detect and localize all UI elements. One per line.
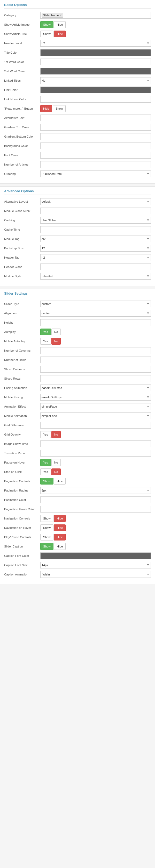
navigation-on-hover-show-btn[interactable]: Show bbox=[40, 524, 53, 531]
alignment-select[interactable]: centerleftright bbox=[40, 310, 151, 317]
slider-caption-hide-btn[interactable]: Hide bbox=[54, 543, 66, 550]
header-level-row: Header Level h2h3h4 bbox=[4, 40, 151, 47]
mobile-autoplay-yes-btn[interactable]: Yes bbox=[40, 338, 51, 345]
show-article-title-show-btn[interactable]: Show bbox=[40, 31, 53, 37]
grid-opacity-no-btn[interactable]: No bbox=[51, 431, 61, 438]
mobile-easing-select[interactable]: easeInOutExpolinear bbox=[40, 394, 151, 401]
header-level-label: Header Level bbox=[4, 42, 40, 45]
autoplay-row: Autoplay Yes No bbox=[4, 328, 151, 336]
pagination-controls-row: Pagination Controls Show Hide bbox=[4, 477, 151, 485]
linked-titles-select[interactable]: NoYes bbox=[40, 77, 151, 84]
number-of-columns-input[interactable]: 6 bbox=[40, 347, 151, 354]
navigation-controls-hide-btn[interactable]: Hide bbox=[54, 515, 66, 522]
mobile-autoplay-no-btn[interactable]: No bbox=[51, 338, 61, 345]
image-show-time-row: Image Show Time 6000 bbox=[4, 440, 151, 447]
slider-style-row: Slider Style customdefault bbox=[4, 300, 151, 308]
bootstrap-size-label: Bootstrap Size bbox=[4, 247, 40, 250]
category-input-container[interactable]: Slider Home × bbox=[40, 12, 151, 19]
pause-on-hover-yes-btn[interactable]: Yes bbox=[40, 459, 51, 466]
title-color-input[interactable]: 626262 bbox=[40, 49, 151, 56]
alternative-layout-label: Alternative Layout bbox=[4, 200, 40, 203]
first-word-color-input[interactable] bbox=[40, 59, 151, 65]
show-article-title-hide-btn[interactable]: Hide bbox=[54, 31, 66, 37]
grid-difference-input[interactable]: 250 bbox=[40, 422, 151, 429]
number-of-rows-input[interactable]: 4 bbox=[40, 356, 151, 363]
module-style-select[interactable]: InheritedDefault bbox=[40, 273, 151, 280]
second-word-color-input[interactable]: 626262 bbox=[40, 68, 151, 74]
link-hover-color-input[interactable] bbox=[40, 96, 151, 103]
read-more-row: "Read more..." Button Hide Show bbox=[4, 105, 151, 112]
background-color-input[interactable] bbox=[40, 143, 151, 149]
pagination-color-input[interactable]: FFFFFF bbox=[40, 496, 151, 503]
cache-time-input[interactable]: 900 bbox=[40, 226, 151, 233]
pagination-hover-color-input[interactable] bbox=[40, 506, 151, 513]
read-more-hide-btn[interactable]: Hide bbox=[40, 105, 52, 112]
transition-period-input[interactable]: 500 bbox=[40, 450, 151, 457]
caption-font-size-select[interactable]: 14px12px16px bbox=[40, 562, 151, 568]
pause-on-hover-toggle: Yes No bbox=[40, 459, 61, 466]
stop-on-click-no-btn[interactable]: No bbox=[51, 468, 61, 475]
easing-animation-select[interactable]: easeInOutExpolinear bbox=[40, 384, 151, 391]
pagination-color-row: Pagination Color FFFFFF bbox=[4, 496, 151, 503]
sliced-columns-input[interactable]: 6 bbox=[40, 366, 151, 373]
gradient-bottom-input[interactable] bbox=[40, 133, 151, 140]
show-article-image-label: Show Article Image bbox=[4, 23, 40, 26]
link-color-input[interactable]: 626262 bbox=[40, 87, 151, 93]
ordering-row: Ordering Published DateTitleHits bbox=[4, 170, 151, 178]
play-pause-controls-toggle: Show Hide bbox=[40, 534, 66, 540]
read-more-show-btn[interactable]: Show bbox=[53, 105, 66, 112]
basic-options-title: Basic Options bbox=[4, 3, 151, 8]
gradient-bottom-row: Gradient Bottom Color bbox=[4, 133, 151, 140]
header-class-input[interactable] bbox=[40, 264, 151, 270]
play-pause-controls-row: Play/Pause Controls Show Hide bbox=[4, 533, 151, 541]
stop-on-click-yes-btn[interactable]: Yes bbox=[40, 468, 51, 475]
grid-opacity-yes-btn[interactable]: Yes bbox=[40, 431, 51, 438]
slider-caption-show-btn[interactable]: Show bbox=[40, 543, 53, 550]
grid-opacity-toggle: Yes No bbox=[40, 431, 61, 438]
height-input[interactable]: 23.5% bbox=[40, 319, 151, 326]
autoplay-no-btn[interactable]: No bbox=[51, 329, 61, 335]
category-tag-remove[interactable]: × bbox=[60, 13, 62, 17]
image-show-time-input[interactable]: 6000 bbox=[40, 440, 151, 447]
advanced-options-title: Advanced Options bbox=[4, 189, 151, 195]
play-pause-controls-show-btn[interactable]: Show bbox=[40, 534, 53, 540]
slider-style-select[interactable]: customdefault bbox=[40, 301, 151, 307]
module-class-suffix-input[interactable]: slider bbox=[40, 208, 151, 214]
caption-animation-select[interactable]: fadeInslideUp bbox=[40, 571, 151, 578]
sliced-rows-input[interactable]: 4 bbox=[40, 375, 151, 382]
play-pause-controls-label: Play/Pause Controls bbox=[4, 535, 40, 539]
animation-effect-select[interactable]: simpleFadeslide bbox=[40, 403, 151, 410]
module-tag-select[interactable]: divspanarticle bbox=[40, 236, 151, 242]
show-article-image-show-btn[interactable]: Show bbox=[40, 21, 53, 28]
pagination-radius-select[interactable]: 5px3px8px bbox=[40, 487, 151, 494]
alternative-layout-select[interactable]: default bbox=[40, 198, 151, 205]
navigation-controls-label: Navigation Controls bbox=[4, 517, 40, 520]
mobile-animation-select[interactable]: simpleFadeslide bbox=[40, 412, 151, 419]
module-class-suffix-label: Module Class Suffix bbox=[4, 209, 40, 213]
category-label: Category bbox=[4, 14, 40, 17]
autoplay-yes-btn[interactable]: Yes bbox=[40, 329, 51, 335]
bootstrap-size-select[interactable]: 12643 bbox=[40, 245, 151, 252]
linked-titles-label: Linked Titles bbox=[4, 79, 40, 82]
alternative-text-label: Alternative Text bbox=[4, 116, 40, 119]
background-color-label: Background Color bbox=[4, 144, 40, 148]
gradient-top-input[interactable] bbox=[40, 124, 151, 131]
navigation-controls-show-btn[interactable]: Show bbox=[40, 515, 53, 522]
font-color-input[interactable]: FFFFFF bbox=[40, 152, 151, 159]
header-tag-select[interactable]: h2h3h4 bbox=[40, 254, 151, 261]
alternative-layout-row: Alternative Layout default bbox=[4, 198, 151, 205]
image-show-time-label: Image Show Time bbox=[4, 442, 40, 445]
ordering-select[interactable]: Published DateTitleHits bbox=[40, 170, 151, 177]
play-pause-controls-hide-btn[interactable]: Hide bbox=[54, 534, 66, 540]
number-of-articles-input[interactable]: 3 bbox=[40, 161, 151, 168]
caching-select[interactable]: Use GlobalNo Caching bbox=[40, 217, 151, 224]
pagination-controls-hide-btn[interactable]: Hide bbox=[54, 478, 66, 485]
pagination-controls-show-btn[interactable]: Show bbox=[40, 478, 53, 485]
caption-font-color-input[interactable]: 626262 bbox=[40, 552, 151, 559]
navigation-on-hover-hide-btn[interactable]: Hide bbox=[54, 524, 66, 531]
second-word-color-row: 2nd Word Color 626262 bbox=[4, 68, 151, 75]
pause-on-hover-no-btn[interactable]: No bbox=[51, 459, 61, 466]
header-level-select[interactable]: h2h3h4 bbox=[40, 40, 151, 46]
show-article-image-hide-btn[interactable]: Hide bbox=[54, 21, 66, 28]
alternative-text-input[interactable]: More bbox=[40, 115, 151, 121]
